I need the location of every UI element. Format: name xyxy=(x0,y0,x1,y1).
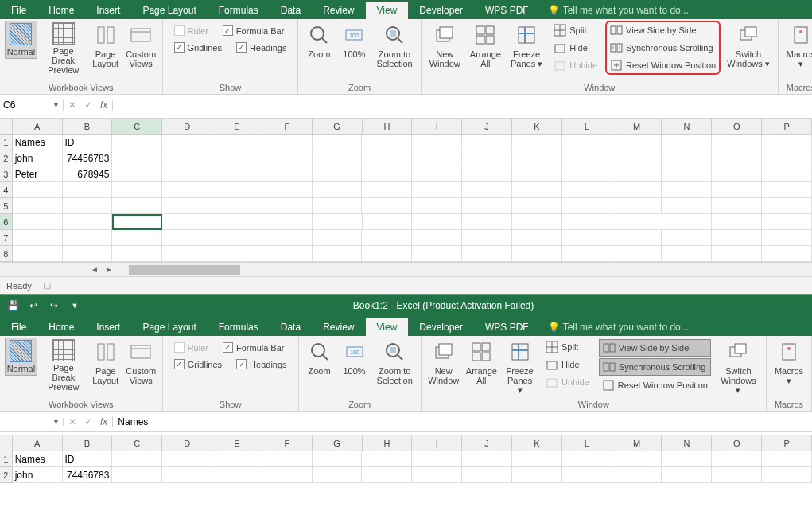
cell[interactable] xyxy=(612,150,662,166)
cell[interactable] xyxy=(512,246,562,262)
cell[interactable] xyxy=(462,135,512,150)
gridlines-checkbox[interactable]: ✓Gridlines xyxy=(174,42,222,53)
cell[interactable] xyxy=(63,214,113,230)
cell[interactable] xyxy=(112,214,162,230)
col-header[interactable]: K xyxy=(512,119,562,134)
hide-button[interactable]: Hide xyxy=(550,40,600,56)
col-header[interactable]: E xyxy=(212,119,262,134)
cell[interactable] xyxy=(762,451,812,467)
col-header-c[interactable]: C xyxy=(112,119,162,134)
cell[interactable] xyxy=(712,166,762,182)
cell[interactable] xyxy=(13,246,63,262)
cell[interactable] xyxy=(762,467,812,483)
cell[interactable] xyxy=(162,230,212,246)
select-all-corner[interactable] xyxy=(0,435,13,451)
cell[interactable] xyxy=(662,467,712,483)
fx-icon[interactable]: fx xyxy=(100,100,107,111)
headings-checkbox[interactable]: ✓Headings xyxy=(236,42,286,53)
col-header[interactable]: L xyxy=(562,435,612,451)
cell[interactable] xyxy=(63,182,113,198)
row-header[interactable]: 2 xyxy=(0,467,13,483)
cell[interactable] xyxy=(412,135,462,150)
cell[interactable] xyxy=(462,198,512,214)
name-box[interactable]: C6▼ xyxy=(0,100,64,111)
cell[interactable] xyxy=(212,135,262,150)
cell[interactable] xyxy=(712,182,762,198)
undo-icon[interactable]: ↩ xyxy=(27,299,40,312)
row-header[interactable]: 1 xyxy=(0,135,13,150)
tab-review[interactable]: Review xyxy=(312,2,365,19)
cell[interactable]: john xyxy=(13,150,63,166)
col-header[interactable]: D xyxy=(162,435,212,451)
cell[interactable] xyxy=(212,214,262,230)
cell[interactable] xyxy=(212,166,262,182)
cell[interactable] xyxy=(562,182,612,198)
freeze-panes-button[interactable]: Freeze Panes ▾ xyxy=(507,21,546,70)
cell[interactable] xyxy=(612,246,662,262)
cell[interactable] xyxy=(462,467,512,483)
synchronous-scrolling-button[interactable]: Synchronous Scrolling xyxy=(607,40,719,56)
cell[interactable] xyxy=(712,198,762,214)
col-header[interactable]: P xyxy=(762,119,812,134)
zoom-100-button[interactable]: 100100% xyxy=(339,338,371,377)
tab-data[interactable]: Data xyxy=(270,2,312,19)
cell[interactable] xyxy=(362,451,412,467)
col-header[interactable]: K xyxy=(512,435,562,451)
cell[interactable] xyxy=(762,150,812,166)
cell[interactable] xyxy=(712,230,762,246)
name-box[interactable]: ▼ xyxy=(0,418,64,426)
col-header[interactable]: F xyxy=(262,435,313,451)
cell[interactable] xyxy=(612,467,662,483)
headings-checkbox[interactable]: ✓Headings xyxy=(236,359,286,369)
col-header[interactable]: P xyxy=(762,435,812,451)
switch-windows-button[interactable]: Switch Windows ▾ xyxy=(724,21,773,70)
cell[interactable] xyxy=(412,451,462,467)
tell-me-search[interactable]: 💡Tell me what you want to do... xyxy=(540,2,697,19)
cell[interactable] xyxy=(612,182,662,198)
cell[interactable] xyxy=(562,230,612,246)
cell[interactable] xyxy=(512,467,562,483)
cell[interactable]: 678945 xyxy=(63,166,113,182)
col-header[interactable]: E xyxy=(212,435,262,451)
formula-bar-checkbox[interactable]: ✓Formula Bar xyxy=(223,342,285,353)
cell[interactable] xyxy=(162,166,212,182)
cell[interactable] xyxy=(362,150,412,166)
tab-insert[interactable]: Insert xyxy=(85,318,131,336)
tab-review[interactable]: Review xyxy=(312,318,365,336)
normal-view-button[interactable]: Normal xyxy=(5,21,37,59)
cell[interactable]: Names xyxy=(13,135,63,150)
cell[interactable] xyxy=(362,182,412,198)
cell[interactable] xyxy=(712,135,762,150)
view-side-by-side-button[interactable]: View Side by Side xyxy=(599,339,711,357)
cell[interactable] xyxy=(112,182,162,198)
row-header[interactable]: 5 xyxy=(0,198,13,214)
cell[interactable] xyxy=(712,214,762,230)
tab-view[interactable]: View xyxy=(366,2,409,19)
cell[interactable] xyxy=(313,246,363,262)
cell[interactable] xyxy=(162,467,212,483)
enter-formula-icon[interactable]: ✓ xyxy=(84,416,92,427)
cell[interactable] xyxy=(462,150,512,166)
cell[interactable] xyxy=(562,451,612,467)
cell[interactable] xyxy=(462,166,512,182)
col-header[interactable]: A xyxy=(13,435,63,451)
cell[interactable] xyxy=(362,467,412,483)
cell[interactable] xyxy=(313,467,363,483)
col-header[interactable]: M xyxy=(612,119,662,134)
cell[interactable] xyxy=(162,135,212,150)
col-header[interactable]: I xyxy=(412,119,462,134)
cell[interactable] xyxy=(212,150,262,166)
page-break-preview-button[interactable]: Page Break Preview xyxy=(41,21,87,76)
cell[interactable] xyxy=(712,451,762,467)
cell[interactable] xyxy=(212,451,262,467)
cell[interactable] xyxy=(762,246,812,262)
cell[interactable] xyxy=(362,198,412,214)
save-icon[interactable]: 💾 xyxy=(6,299,19,312)
formula-bar-checkbox[interactable]: ✓Formula Bar xyxy=(223,25,285,36)
cell[interactable] xyxy=(262,166,313,182)
cell[interactable] xyxy=(412,198,462,214)
tab-formulas[interactable]: Formulas xyxy=(208,2,270,19)
cancel-formula-icon[interactable]: ✕ xyxy=(68,416,76,427)
synchronous-scrolling-button[interactable]: Synchronous Scrolling xyxy=(599,358,711,376)
spreadsheet-grid[interactable]: 1NamesID2john74456783 xyxy=(0,451,812,483)
